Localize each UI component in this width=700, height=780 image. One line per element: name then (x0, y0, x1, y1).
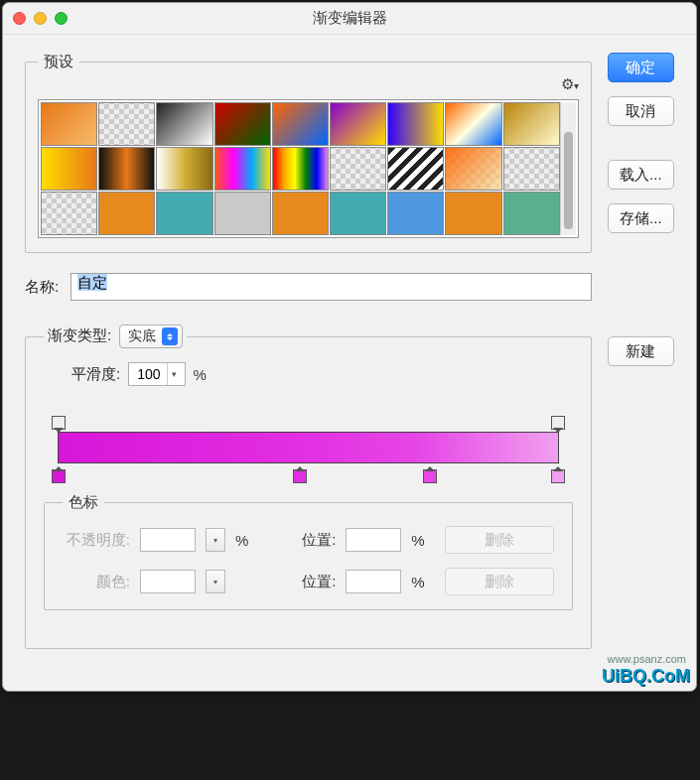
location-label: 位置: (268, 531, 336, 550)
window-title: 渐变编辑器 (3, 9, 696, 28)
presets-grid[interactable] (41, 102, 560, 235)
presets-fieldset: 预设 ⚙▾ (25, 53, 592, 253)
opacity-label: 不透明度: (63, 531, 130, 550)
chevron-down-icon: ▾ (167, 363, 181, 385)
color-stop[interactable] (293, 469, 307, 483)
watermark: UiBQ.CoM (602, 666, 690, 687)
opacity-dropdown[interactable]: ▾ (206, 528, 225, 552)
gradient-bar[interactable] (58, 432, 559, 463)
right-column: 确定 取消 载入... 存储... 新建 (608, 53, 674, 667)
delete-opacity-button[interactable]: 删除 (445, 526, 554, 554)
name-row: 名称: 自定 (25, 273, 592, 301)
color-swatch-input[interactable] (140, 570, 196, 593)
content: 预设 ⚙▾ (3, 35, 696, 691)
cancel-button[interactable]: 取消 (608, 96, 674, 126)
watermark-small: www.psanz.com (608, 653, 686, 665)
color-stop[interactable] (423, 469, 437, 483)
name-label: 名称: (25, 278, 59, 297)
opacity-stop[interactable] (52, 416, 66, 430)
delete-color-button[interactable]: 删除 (445, 568, 554, 595)
color-stops-legend: 色标 (63, 493, 104, 512)
load-button[interactable]: 载入... (608, 160, 674, 190)
presets-menu-icon[interactable]: ⚙▾ (561, 75, 579, 93)
location-label: 位置: (268, 573, 336, 591)
titlebar: 渐变编辑器 (3, 3, 696, 35)
ok-button[interactable]: 确定 (608, 53, 674, 82)
opacity-input[interactable] (140, 528, 196, 552)
color-stop[interactable] (52, 469, 66, 483)
color-stops-fieldset: 色标 不透明度: ▾ % 位置: % 删除 颜色: (44, 493, 573, 610)
save-button[interactable]: 存储... (608, 203, 674, 233)
opacity-stop[interactable] (551, 416, 565, 430)
left-column: 预设 ⚙▾ (25, 53, 592, 667)
gradient-editor-window: 渐变编辑器 预设 ⚙▾ (2, 2, 697, 692)
gradient-editor[interactable] (48, 414, 569, 483)
location-input[interactable] (346, 570, 401, 593)
percent-label: % (194, 366, 207, 383)
name-input[interactable]: 自定 (70, 273, 592, 301)
color-dropdown[interactable]: ▾ (206, 570, 225, 593)
gradient-type-label: 渐变类型: (48, 326, 111, 343)
chevron-updown-icon (162, 327, 178, 345)
presets-scrollbar[interactable] (560, 102, 576, 235)
presets-box (38, 99, 579, 238)
smoothness-label: 平滑度: (71, 365, 120, 384)
gradient-type-fieldset: 渐变类型: 实底 平滑度: 100▾ % (25, 325, 592, 649)
color-stop[interactable] (551, 469, 565, 483)
location-input[interactable] (346, 528, 401, 552)
color-label: 颜色: (63, 573, 130, 591)
new-button[interactable]: 新建 (608, 336, 674, 366)
presets-legend: 预设 (38, 53, 79, 71)
gradient-type-select[interactable]: 实底 (119, 325, 183, 348)
smoothness-input[interactable]: 100▾ (128, 362, 185, 386)
